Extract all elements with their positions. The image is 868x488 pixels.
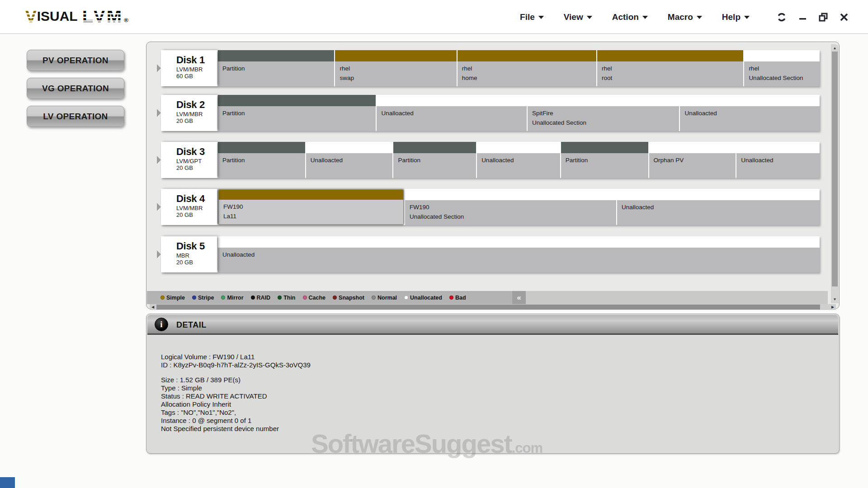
- disk-row-5: Disk 5 MBR 20 GB Unalloacted: [161, 236, 820, 272]
- disk-label-card[interactable]: Disk 3 LVM/GPT 20 GB: [161, 142, 217, 178]
- segment-label: Unalloacted: [741, 155, 815, 165]
- legend-item: Simple: [160, 295, 185, 301]
- disk-segments: Partition Unalloacted SpitFire Unallocat…: [217, 95, 820, 131]
- disk-segment[interactable]: FW190 Unallocated Section: [405, 189, 616, 225]
- segment-label: Unalloacted: [481, 155, 556, 165]
- disk-segment[interactable]: rhel root: [597, 50, 743, 86]
- scroll-up-button[interactable]: ▲: [831, 45, 839, 51]
- horizontal-scroll-thumb[interactable]: [156, 305, 820, 310]
- logo-isual: ISUAL: [37, 8, 78, 24]
- sidebar: PV OPERATIONVG OPERATIONLV OPERATION: [27, 50, 124, 134]
- legend-color-dot-icon: [160, 296, 165, 300]
- disk-label-card[interactable]: Disk 2 LVM/MBR 20 GB: [161, 95, 217, 131]
- segment-type-color-bar: [597, 50, 743, 61]
- disk-segment[interactable]: Unalloacted: [218, 236, 820, 272]
- disk-segment[interactable]: SpitFire Unallocated Section: [528, 95, 679, 131]
- detail-body: Logical Volume : FW190 / La11ID : K8yzPv…: [161, 353, 826, 433]
- legend-label: Thin: [283, 295, 295, 301]
- chevron-right-icon: [157, 203, 161, 211]
- segment-type-color-bar: [393, 142, 476, 153]
- title-bar: V ISUAL LVM ® File View Action Macro Hel…: [0, 0, 868, 34]
- segment-body: Partition: [393, 153, 476, 178]
- disk-segment[interactable]: Unalloacted: [306, 142, 393, 178]
- segment-body: Unalloacted: [377, 106, 527, 131]
- disk-segment[interactable]: Unalloacted: [680, 95, 820, 131]
- vertical-scroll-thumb[interactable]: [832, 52, 838, 286]
- disk-segments: FW190 La11 FW190 Unallocated Section Una…: [217, 189, 820, 225]
- menu-item-action[interactable]: Action: [612, 12, 648, 22]
- sidebar-button-vg[interactable]: VG OPERATION: [27, 78, 124, 99]
- disk-type: LVM/GPT: [176, 158, 217, 164]
- sidebar-button-pv[interactable]: PV OPERATION: [27, 50, 124, 71]
- horizontal-scrollbar[interactable]: ◀ ▶: [150, 304, 836, 310]
- segment-sublabel: Unallocated Section: [410, 212, 612, 221]
- disk-label-card[interactable]: Disk 4 LVM/MBR 20 GB: [161, 189, 217, 225]
- close-button[interactable]: [838, 11, 850, 23]
- disk-name: Disk 4: [176, 193, 217, 205]
- disk-segment[interactable]: rhel swap: [335, 50, 456, 86]
- disk-segments: Partition rhel swap rhel home rhel root …: [217, 50, 820, 86]
- chevron-right-icon: [157, 156, 161, 164]
- disk-segment[interactable]: Partition: [218, 50, 334, 86]
- disk-type: LVM/MBR: [176, 205, 217, 211]
- detail-line: Type : Simple: [161, 384, 826, 392]
- segment-type-color-bar: [528, 95, 679, 106]
- segment-body: Unalloacted: [306, 153, 393, 178]
- legend-label: Stripe: [198, 295, 214, 301]
- disk-segment[interactable]: FW190 La11: [218, 189, 404, 225]
- legend-label: Mirror: [227, 295, 243, 301]
- legend-item: Stripe: [192, 295, 214, 301]
- legend-label: Normal: [377, 295, 397, 301]
- maximize-button[interactable]: [817, 11, 829, 23]
- detail-line: Tags : "NO","No1","No2",: [161, 408, 826, 417]
- disk-size: 20 GB: [176, 259, 217, 266]
- segment-type-color-bar: [306, 142, 393, 153]
- segment-body: Orphan PV: [649, 153, 736, 178]
- segment-label: rhel: [340, 64, 452, 73]
- scroll-right-button[interactable]: ▶: [830, 304, 836, 310]
- menu-item-view[interactable]: View: [564, 12, 592, 22]
- logo-v: V: [25, 6, 37, 26]
- legend-collapse-button[interactable]: «: [512, 291, 526, 304]
- disk-segment[interactable]: rhel home: [458, 50, 596, 86]
- sidebar-button-lv[interactable]: LV OPERATION: [27, 106, 124, 127]
- refresh-button[interactable]: [776, 11, 788, 23]
- menu-item-help[interactable]: Help: [722, 12, 750, 22]
- minimize-button[interactable]: [797, 11, 808, 23]
- disk-type: LVM/MBR: [176, 111, 217, 117]
- disk-segment[interactable]: Unalloacted: [477, 142, 560, 178]
- segment-type-color-bar: [405, 189, 616, 200]
- disk-segment[interactable]: Unalloacted: [377, 95, 527, 131]
- vertical-scrollbar[interactable]: ▲ ▼: [831, 44, 839, 303]
- menu-item-file[interactable]: File: [520, 12, 544, 22]
- disk-segment[interactable]: Partition: [218, 95, 376, 131]
- segment-body: FW190 Unallocated Section: [405, 200, 616, 225]
- registered-mark: ®: [124, 16, 128, 24]
- scroll-left-button[interactable]: ◀: [150, 304, 156, 310]
- disk-segment[interactable]: Unalloacted: [617, 189, 820, 225]
- legend-label: Unallocated: [410, 295, 442, 301]
- legend-label: RAID: [257, 295, 271, 301]
- disk-segment[interactable]: Partition: [561, 142, 648, 178]
- disk-label-card[interactable]: Disk 5 MBR 20 GB: [161, 236, 217, 272]
- disk-segment[interactable]: rhel Unallocated Section: [744, 50, 820, 86]
- legend-item: Bad: [449, 295, 466, 301]
- disk-row-3: Disk 3 LVM/GPT 20 GB Partition Unalloact…: [161, 142, 820, 178]
- disk-segment[interactable]: Partition: [393, 142, 476, 178]
- disk-label-card[interactable]: Disk 1 LVM/MBR 60 GB: [161, 50, 217, 86]
- segment-label: Unalloacted: [311, 155, 388, 165]
- segment-type-color-bar: [218, 95, 376, 106]
- watermark: SoftwareSuggest.com: [311, 428, 542, 459]
- segment-body: Partition: [218, 61, 334, 86]
- disk-segment[interactable]: Orphan PV: [649, 142, 736, 178]
- refresh-icon: [776, 12, 787, 23]
- segment-label: rhel: [749, 64, 815, 73]
- menu-item-macro[interactable]: Macro: [668, 12, 702, 22]
- disk-segment[interactable]: Partition: [218, 142, 305, 178]
- scroll-down-button[interactable]: ▼: [831, 296, 839, 302]
- legend-item: Thin: [278, 295, 295, 301]
- disk-segment[interactable]: Unalloacted: [736, 142, 820, 178]
- segment-label: Partition: [222, 64, 330, 73]
- menu-item-label: Help: [722, 12, 741, 22]
- segment-body: Partition: [218, 106, 376, 131]
